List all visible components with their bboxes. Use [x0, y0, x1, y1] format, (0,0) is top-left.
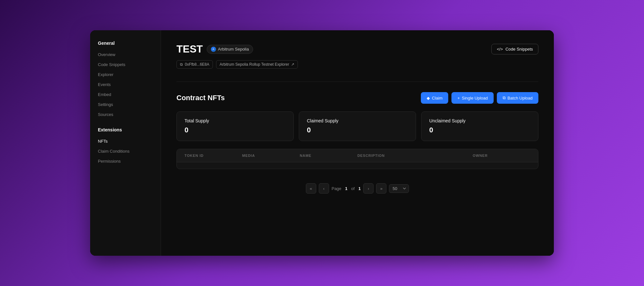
- sidebar-item-overview[interactable]: Overview: [90, 50, 161, 60]
- address-badge[interactable]: ⧉ 0xFfb8...6E8A: [176, 60, 213, 69]
- unclaimed-supply-label: Unclaimed Supply: [429, 118, 530, 123]
- explorer-link[interactable]: Arbitrum Sepolia Rollup Testnet Explorer…: [216, 60, 298, 69]
- page-info: Page 1 of 1: [332, 186, 361, 191]
- first-page-button[interactable]: «: [306, 183, 316, 194]
- explorer-label: Arbitrum Sepolia Rollup Testnet Explorer: [220, 62, 289, 67]
- unclaimed-supply-value: 0: [429, 126, 530, 134]
- stats-grid: Total Supply 0 Claimed Supply 0 Unclaime…: [176, 111, 538, 141]
- col-owner: OWNER: [473, 154, 530, 157]
- general-section-label: General: [90, 41, 161, 50]
- single-upload-button[interactable]: + Single Upload: [451, 92, 494, 104]
- total-supply-label: Total Supply: [185, 118, 286, 123]
- claimed-supply-label: Claimed Supply: [307, 118, 408, 123]
- copy-icon: ⧉: [180, 62, 183, 67]
- sidebar-item-permissions[interactable]: Permissions: [90, 156, 161, 166]
- sidebar-item-nfts[interactable]: NFTs: [90, 136, 161, 146]
- section-title: Contract NFTs: [176, 94, 225, 102]
- address-text: 0xFfb8...6E8A: [185, 62, 209, 67]
- last-icon: »: [380, 186, 383, 191]
- col-token-id: TOKEN ID: [185, 154, 242, 157]
- batch-icon: ⧉: [503, 95, 506, 100]
- table-body-empty: [177, 162, 538, 169]
- sidebar-item-explorer[interactable]: Explorer: [90, 70, 161, 80]
- diamond-icon: ◆: [427, 96, 430, 100]
- next-icon: ›: [368, 186, 369, 191]
- sidebar-item-settings[interactable]: Settings: [90, 100, 161, 110]
- table-header: TOKEN ID MEDIA NAME DESCRIPTION OWNER: [177, 149, 538, 162]
- network-icon: A: [211, 47, 216, 52]
- nft-table: TOKEN ID MEDIA NAME DESCRIPTION OWNER: [176, 149, 538, 169]
- batch-upload-button[interactable]: ⧉ Batch Upload: [497, 92, 538, 104]
- code-icon: </>: [497, 47, 503, 52]
- code-snippets-button[interactable]: </> Code Snippets: [491, 44, 538, 54]
- network-badge: A Arbitrum Sepolia: [207, 45, 253, 54]
- sidebar-item-code-snippets[interactable]: Code Snippets: [90, 60, 161, 70]
- address-row: ⧉ 0xFfb8...6E8A Arbitrum Sepolia Rollup …: [176, 60, 538, 69]
- external-link-icon: ↗: [291, 62, 294, 67]
- next-page-button[interactable]: ›: [363, 183, 374, 194]
- sidebar-item-sources[interactable]: Sources: [90, 110, 161, 119]
- pagination: « ‹ Page 1 of 1 › » 50 100 25: [176, 177, 538, 200]
- total-supply-card: Total Supply 0: [176, 111, 294, 141]
- col-name: NAME: [300, 154, 357, 157]
- page-size-select[interactable]: 50 100 25: [389, 184, 409, 193]
- app-window: General Overview Code Snippets Explorer …: [90, 30, 554, 256]
- page-title: TEST: [176, 43, 203, 55]
- extensions-section-label: Extensions: [90, 119, 161, 136]
- first-icon: «: [310, 186, 312, 191]
- claimed-supply-value: 0: [307, 126, 408, 134]
- section-divider: [176, 81, 538, 82]
- section-header: Contract NFTs ◆ Claim + Single Upload ⧉ …: [176, 92, 538, 104]
- total-supply-value: 0: [185, 126, 286, 134]
- sidebar-item-claim-conditions[interactable]: Claim Conditions: [90, 146, 161, 156]
- plus-icon: +: [457, 96, 460, 100]
- sidebar-item-embed[interactable]: Embed: [90, 90, 161, 100]
- sidebar: General Overview Code Snippets Explorer …: [90, 30, 161, 256]
- page-header: TEST A Arbitrum Sepolia </> Code Snippet…: [176, 43, 538, 55]
- network-label: Arbitrum Sepolia: [218, 47, 249, 52]
- claim-button[interactable]: ◆ Claim: [421, 92, 448, 104]
- last-page-button[interactable]: »: [376, 183, 386, 194]
- col-description: DESCRIPTION: [357, 154, 473, 157]
- header-left: TEST A Arbitrum Sepolia: [176, 43, 253, 55]
- action-buttons: ◆ Claim + Single Upload ⧉ Batch Upload: [421, 92, 538, 104]
- col-media: MEDIA: [242, 154, 300, 157]
- sidebar-item-events[interactable]: Events: [90, 80, 161, 90]
- claimed-supply-card: Claimed Supply 0: [299, 111, 416, 141]
- unclaimed-supply-card: Unclaimed Supply 0: [421, 111, 538, 141]
- main-content: TEST A Arbitrum Sepolia </> Code Snippet…: [161, 30, 554, 256]
- prev-page-button[interactable]: ‹: [319, 183, 329, 194]
- prev-icon: ‹: [323, 186, 325, 191]
